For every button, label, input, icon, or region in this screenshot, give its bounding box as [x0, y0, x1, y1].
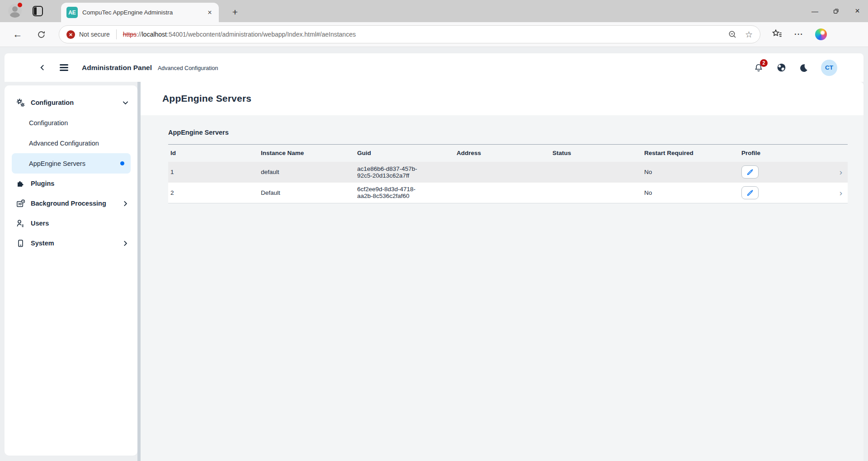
app-title: Administration Panel	[82, 64, 152, 72]
workspaces-icon[interactable]	[33, 6, 43, 16]
app-subtitle: Advanced Configuration	[158, 64, 218, 71]
row-chevron-icon[interactable]: ›	[840, 167, 842, 177]
browser-toolbar: ← × Not secure https://localhost:54001/w…	[0, 22, 868, 47]
not-secure-icon: ×	[66, 30, 75, 39]
page-background: Administration Panel Advanced Configurat…	[0, 47, 868, 461]
puzzle-icon	[15, 179, 25, 188]
sidebar-group-label: Configuration	[31, 99, 74, 106]
cell-guid: 6cf2ee9d-8d3d-4718-aa2b-8c536c2faf60	[355, 183, 454, 203]
sidebar-resize-handle[interactable]	[137, 82, 141, 461]
window-close-button[interactable]: ×	[847, 0, 868, 22]
table-row[interactable]: 2 Default 6cf2ee9d-8d3d-4718-aa2b-8c536c…	[168, 183, 848, 203]
tab-close-icon[interactable]: ×	[205, 8, 214, 17]
chevron-right-icon	[123, 240, 128, 246]
sidebar-item-plugins[interactable]: Plugins	[5, 174, 137, 193]
sidebar-item-advanced-configuration[interactable]: Advanced Configuration	[12, 133, 131, 153]
column-header-status: Status	[550, 145, 642, 162]
sidebar-item-label: Advanced Configuration	[29, 140, 99, 147]
column-header-restart-required: Restart Required	[642, 145, 739, 162]
url-divider	[116, 29, 117, 39]
browser-tab[interactable]: AE CompuTec AppEngine Administra ×	[61, 3, 219, 22]
sidebar: Configuration Configuration Advanced Con…	[5, 85, 137, 456]
cell-address	[454, 183, 550, 203]
moon-icon	[799, 63, 808, 72]
table-row[interactable]: 1 default ac1e86b6-d837-457b-92c5-20d13c…	[168, 162, 848, 183]
sidebar-item-label: AppEngine Servers	[29, 160, 85, 167]
favorites-bar-button[interactable]	[771, 28, 783, 41]
user-avatar[interactable]: CT	[821, 60, 837, 76]
sidebar-item-system[interactable]: System	[5, 233, 137, 253]
dark-mode-button[interactable]	[799, 63, 808, 72]
pencil-icon	[746, 168, 754, 176]
cell-restart-required: No	[642, 183, 739, 203]
cell-id: 2	[168, 183, 259, 203]
sidebar-group-configuration[interactable]: Configuration	[5, 93, 137, 113]
window-restore-button[interactable]	[826, 0, 847, 22]
chevron-left-icon	[39, 64, 45, 71]
column-header-guid: Guid	[355, 145, 454, 162]
section-title: AppEngine Servers	[168, 129, 848, 136]
app-back-button[interactable]	[36, 64, 48, 71]
refresh-button[interactable]	[34, 30, 48, 39]
new-tab-button[interactable]: +	[229, 6, 241, 19]
copilot-icon[interactable]	[815, 28, 827, 40]
gears-icon	[15, 98, 25, 108]
browser-menu-button[interactable]: ···	[794, 30, 803, 39]
column-header-profile: Profile	[739, 145, 821, 162]
sidebar-item-label: Background Processing	[31, 200, 106, 207]
edit-profile-button[interactable]	[741, 186, 759, 199]
sidebar-item-label: Users	[31, 220, 49, 227]
url-scheme: https	[123, 31, 137, 38]
menu-toggle-button[interactable]	[60, 64, 68, 71]
sidebar-item-users[interactable]: Users	[5, 213, 137, 233]
sidebar-item-appengine-servers[interactable]: AppEngine Servers	[12, 153, 131, 174]
notifications-button[interactable]: 2	[754, 63, 764, 73]
browser-titlebar: AE CompuTec AppEngine Administra × + — ×	[0, 0, 868, 22]
system-device-icon	[15, 239, 25, 248]
sidebar-item-label: System	[31, 240, 54, 247]
background-processing-icon	[15, 199, 25, 208]
url-text: https://localhost:54001/webcontent/admin…	[123, 31, 356, 38]
column-header-instance-name: Instance Name	[259, 145, 355, 162]
cell-instance-name: default	[259, 162, 355, 183]
zoom-out-button[interactable]	[728, 30, 737, 39]
cell-address	[454, 162, 550, 183]
selected-indicator-dot	[120, 161, 124, 165]
cell-status	[550, 162, 642, 183]
back-button[interactable]: ←	[11, 29, 24, 40]
cell-profile	[739, 162, 821, 183]
profile-notification-dot	[18, 3, 22, 7]
cell-guid: ac1e86b6-d837-457b-92c5-20d13c62a7ff	[355, 162, 454, 183]
favorites-list-icon	[771, 28, 783, 39]
url-path: :54001/webcontent/administration/webapp/…	[167, 31, 356, 38]
sidebar-item-label: Plugins	[31, 180, 54, 187]
restore-icon	[833, 8, 840, 14]
refresh-icon	[37, 30, 46, 39]
address-bar[interactable]: × Not secure https://localhost:54001/web…	[59, 25, 760, 43]
sidebar-item-configuration[interactable]: Configuration	[12, 113, 131, 133]
cell-row-chevron: ›	[821, 162, 848, 183]
not-secure-label[interactable]: Not secure	[79, 31, 110, 38]
servers-table: Id Instance Name Guid Address Status Res…	[168, 144, 848, 203]
edit-profile-button[interactable]	[741, 165, 759, 179]
cell-instance-name: Default	[259, 183, 355, 203]
page-title-band: AppEngine Servers	[141, 82, 863, 115]
cell-row-chevron: ›	[821, 183, 848, 203]
sidebar-item-background-processing[interactable]: Background Processing	[5, 193, 137, 213]
language-button[interactable]	[776, 62, 787, 73]
sidebar-item-label: Configuration	[29, 119, 68, 127]
window-minimize-button[interactable]: —	[804, 0, 826, 22]
zoom-out-icon	[728, 30, 737, 39]
url-host: localhost	[142, 31, 167, 38]
favorite-star-icon[interactable]: ☆	[745, 29, 753, 40]
content-area: AppEngine Servers Id Instance Name Guid …	[141, 115, 863, 461]
table-header-row: Id Instance Name Guid Address Status Res…	[168, 145, 848, 162]
row-chevron-icon[interactable]: ›	[840, 188, 842, 198]
column-header-address: Address	[454, 145, 550, 162]
cell-restart-required: No	[642, 162, 739, 183]
cell-profile	[739, 183, 821, 203]
app-header: Administration Panel Advanced Configurat…	[5, 53, 863, 82]
chevron-right-icon	[123, 201, 128, 207]
page-title: AppEngine Servers	[162, 93, 251, 104]
cell-status	[550, 183, 642, 203]
